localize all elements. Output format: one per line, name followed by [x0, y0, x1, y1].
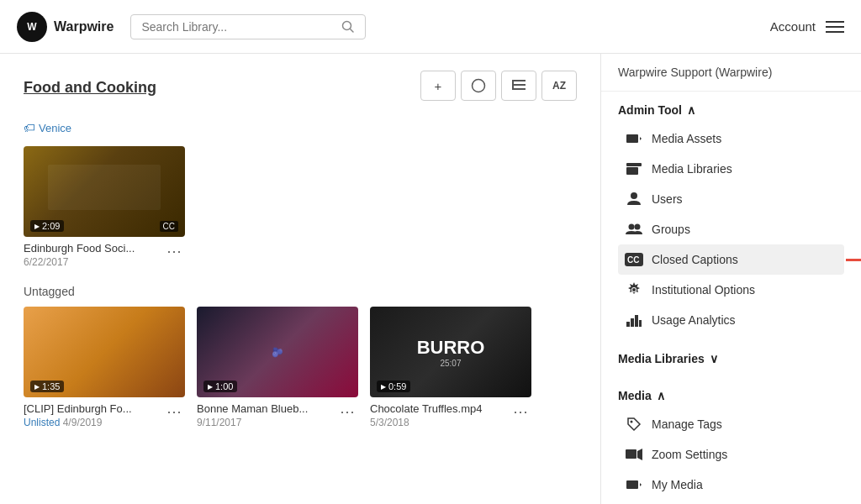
sidebar: Warpwire Support (Warpwire) Admin Tool ∧… [600, 54, 861, 504]
video-duration: ▶ 1:00 [203, 381, 237, 392]
svg-rect-29 [626, 480, 638, 489]
video-title: [CLIP] Edinburgh Fo... [24, 402, 132, 415]
sidebar-item-usage-analytics[interactable]: Usage Analytics [618, 305, 844, 335]
video-meta: Unlisted 4/9/2019 [24, 417, 132, 428]
tag-label: Venice [39, 122, 71, 134]
admin-tool-title[interactable]: Admin Tool ∧ [618, 103, 844, 117]
account-label: Account [770, 19, 816, 34]
more-options-button[interactable]: ⋯ [163, 402, 185, 421]
tagged-video-grid: ▶ 2:09 CC Edinburgh Food Soci... 6/22/20… [24, 146, 577, 273]
title-row: Food and Cooking + AZ [24, 71, 577, 114]
video-card[interactable]: ▶ 1:35 [CLIP] Edinburgh Fo... Unlisted 4… [24, 307, 185, 433]
toolbar: + AZ [420, 71, 577, 101]
media-libraries-icon [625, 160, 643, 178]
sidebar-item-closed-captions[interactable]: CC Closed Captions [618, 244, 844, 275]
sidebar-item-my-media[interactable]: My Media [618, 470, 844, 500]
video-thumbnail: ▶ 1:35 [24, 307, 185, 397]
logo-icon: W [17, 12, 47, 42]
my-media-icon [625, 475, 643, 494]
untagged-video-grid: ▶ 1:35 [CLIP] Edinburgh Fo... Unlisted 4… [24, 307, 577, 433]
media-libraries-title[interactable]: Media Libraries ∨ [618, 352, 844, 365]
video-thumbnail: BURRO 25:07 ▶ 0:59 [370, 307, 531, 397]
sidebar-item-media-libraries[interactable]: Media Libraries [618, 154, 844, 184]
search-input[interactable] [141, 20, 341, 34]
svg-point-14 [631, 192, 637, 199]
svg-rect-23 [631, 318, 634, 327]
chevron-up-icon: ∧ [687, 103, 695, 117]
svg-rect-22 [626, 322, 630, 327]
sidebar-item-users[interactable]: Users [618, 184, 844, 214]
video-title: Chocolate Truffles.mp4 [370, 402, 482, 415]
cc-icon: CC [625, 250, 643, 269]
video-duration: ▶ 2:09 [30, 220, 64, 232]
header: W Warpwire Account [0, 0, 861, 54]
search-button[interactable] [341, 20, 355, 34]
video-info: Bonne Maman Blueb... 9/11/2017 ⋯ [197, 397, 358, 433]
page-title: Food and Cooking [24, 79, 156, 97]
media-assets-icon [625, 129, 643, 148]
svg-rect-13 [626, 167, 638, 175]
header-left: W Warpwire [17, 12, 366, 42]
sidebar-item-label: Groups [652, 223, 690, 236]
svg-rect-9 [512, 81, 514, 90]
sidebar-item-media-assets[interactable]: Media Assets [618, 123, 844, 154]
video-card[interactable]: 🫐 ▶ 1:00 Bonne Maman Blueb... 9/11/2017 … [197, 307, 358, 433]
media-title[interactable]: Media ∧ [618, 389, 844, 402]
unlisted-badge: Unlisted [24, 417, 60, 428]
list-icon [512, 80, 526, 92]
sidebar-item-manage-tags[interactable]: Manage Tags [618, 409, 844, 439]
video-card[interactable]: BURRO 25:07 ▶ 0:59 Chocolate Truffles.mp… [370, 307, 531, 433]
video-info: [CLIP] Edinburgh Fo... Unlisted 4/9/2019… [24, 397, 185, 433]
svg-marker-11 [640, 137, 642, 140]
svg-point-16 [635, 224, 641, 230]
untagged-label: Untagged [24, 285, 577, 298]
hamburger-button[interactable] [826, 20, 844, 34]
media-libraries-section: Media Libraries ∨ [601, 340, 861, 377]
sidebar-item-label: Manage Tags [652, 417, 722, 431]
header-right: Account [770, 19, 844, 34]
video-date: 6/22/2017 [24, 256, 135, 268]
more-options-button[interactable]: ⋯ [510, 402, 531, 421]
sidebar-item-row-cc: CC Closed Captions [618, 244, 844, 275]
more-options-button[interactable]: ⋯ [336, 402, 358, 421]
video-date: 9/11/2017 [197, 417, 308, 428]
svg-rect-24 [635, 315, 638, 327]
video-duration: ▶ 0:59 [377, 381, 410, 392]
sidebar-item-zoom-settings[interactable]: Zoom Settings [618, 439, 844, 470]
chevron-down-icon: ∨ [710, 352, 718, 365]
svg-line-1 [351, 29, 354, 32]
zoom-icon [625, 445, 643, 464]
highlight-arrow [846, 254, 861, 265]
sidebar-item-label: Zoom Settings [652, 448, 727, 461]
sidebar-item-label: Usage Analytics [652, 313, 736, 327]
admin-tool-section: Admin Tool ∧ Media Assets [601, 92, 861, 340]
svg-point-15 [629, 224, 635, 230]
sidebar-item-label: Closed Captions [652, 253, 738, 266]
cc-badge: CC [160, 221, 178, 232]
tag-link[interactable]: 🏷 Venice [24, 121, 71, 134]
circle-button[interactable] [461, 71, 496, 101]
main-content: Food and Cooking + AZ [0, 54, 600, 504]
video-info: Chocolate Truffles.mp4 5/3/2018 ⋯ [370, 397, 531, 433]
more-options-button[interactable]: ⋯ [163, 242, 185, 260]
video-title: Edinburgh Food Soci... [24, 242, 135, 255]
video-thumbnail: 🫐 ▶ 1:00 [197, 307, 358, 397]
logo: W Warpwire [17, 12, 114, 42]
svg-rect-7 [512, 84, 526, 86]
sidebar-item-groups[interactable]: Groups [618, 214, 844, 244]
svg-point-26 [631, 421, 633, 423]
svg-rect-12 [626, 163, 642, 166]
logo-text: Warpwire [54, 19, 114, 34]
svg-point-5 [473, 80, 485, 92]
svg-rect-6 [512, 80, 526, 81]
users-icon [625, 190, 643, 208]
gear-icon [625, 281, 643, 299]
az-sort-button[interactable]: AZ [541, 71, 577, 101]
sidebar-item-institutional-options[interactable]: Institutional Options [618, 275, 844, 305]
list-button[interactable] [501, 71, 536, 101]
svg-marker-28 [637, 449, 642, 460]
video-card[interactable]: ▶ 2:09 CC Edinburgh Food Soci... 6/22/20… [24, 146, 185, 273]
video-info: Edinburgh Food Soci... 6/22/2017 ⋯ [24, 237, 185, 273]
sidebar-support: Warpwire Support (Warpwire) [601, 54, 861, 92]
add-button[interactable]: + [420, 71, 456, 101]
